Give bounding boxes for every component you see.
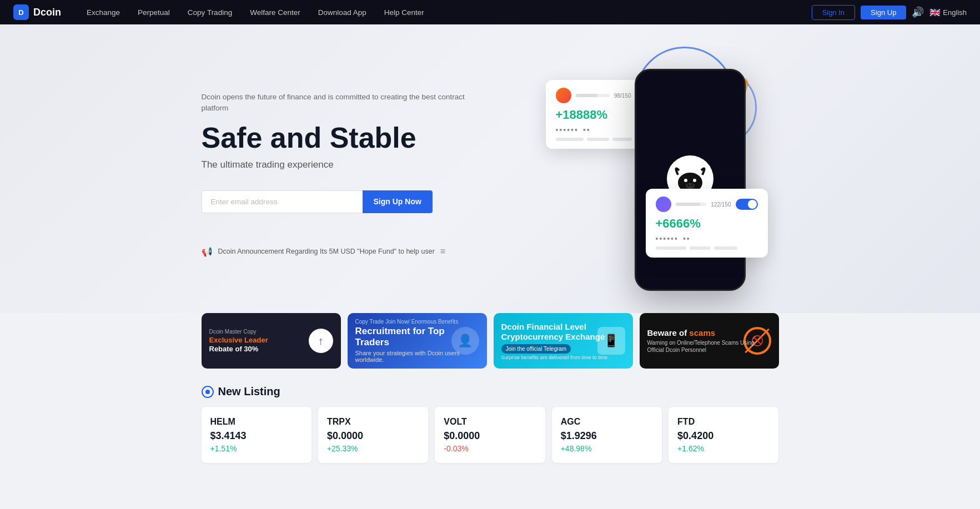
new-listing-icon xyxy=(202,386,214,398)
signin-button[interactable]: Sign In xyxy=(812,5,855,20)
nav-item-copy-trading[interactable]: Copy Trading xyxy=(180,5,240,20)
card-avatar-2 xyxy=(656,196,671,212)
hero-subtitle: Dcoin opens the future of finance and is… xyxy=(202,92,490,114)
listing-change-1: +25.33% xyxy=(327,444,419,453)
banner-4-content: Beware of scams Warning on Online/Teleph… xyxy=(647,328,771,354)
hero-section: Dcoin opens the future of finance and is… xyxy=(0,24,980,313)
navbar-right: Sign In Sign Up 🔊 🇬🇧 English xyxy=(812,5,967,20)
phone-mockup xyxy=(635,69,746,291)
signup-now-button[interactable]: Sign Up Now xyxy=(363,190,433,213)
banner-2-pre: Copy Trade Join Now/ Enormous Benefits xyxy=(355,319,479,325)
logo-icon: D xyxy=(13,4,29,20)
banner-recruitment[interactable]: Copy Trade Join Now/ Enormous Benefits R… xyxy=(348,313,487,369)
card-dots-2a: •••••• xyxy=(656,234,679,243)
hero-tagline: The ultimate trading experience xyxy=(202,159,490,170)
announce-icon: 📢 xyxy=(202,246,213,257)
hero-left: Dcoin opens the future of finance and is… xyxy=(202,92,490,257)
sound-icon[interactable]: 🔊 xyxy=(912,6,924,18)
card-gain-2: +6666% xyxy=(656,216,758,231)
nav-item-welfare[interactable]: Welfare Center xyxy=(242,5,308,20)
card-progress-1: 98/150 xyxy=(614,93,631,99)
new-listing-section: New Listing HELM $3.4143 +1.51% TRPX $0.… xyxy=(202,385,779,463)
card-bar-1 xyxy=(576,94,610,97)
hero-right: 98/150 +18888% •••••• •• xyxy=(490,58,779,291)
menu-icon[interactable]: ≡ xyxy=(440,246,445,256)
card-avatar-1 xyxy=(556,88,571,103)
listing-price-1: $0.0000 xyxy=(327,430,419,442)
banner-3-sub: Surprise benefits are delivered from tim… xyxy=(501,355,625,360)
listing-change-3: +48.98% xyxy=(561,444,653,453)
svg-point-2 xyxy=(684,179,687,182)
banner-1-label: Dcoin Master Copy xyxy=(209,329,268,335)
lang-label: English xyxy=(943,8,967,17)
listing-card-ftd[interactable]: FTD $0.4200 +1.62% xyxy=(669,407,778,463)
svg-point-6 xyxy=(691,184,693,187)
nav-item-perpetual[interactable]: Perpetual xyxy=(130,5,178,20)
banner-4-sub: Warning on Online/Telephone Scams Using … xyxy=(647,339,771,354)
banner-4-scams: scams xyxy=(689,328,715,337)
arrow-circle-icon: ↑ xyxy=(309,329,333,353)
card-bar-2 xyxy=(676,203,707,206)
listing-price-4: $0.4200 xyxy=(677,430,770,442)
banner-3-content: Dcoin Financial Level Cryptocurrency Exc… xyxy=(501,322,625,360)
banner-scams[interactable]: Beware of scams Warning on Online/Teleph… xyxy=(640,313,779,369)
section-header: New Listing xyxy=(202,385,779,398)
listing-card-helm[interactable]: HELM $3.4143 +1.51% xyxy=(202,407,311,463)
flag-icon: 🇬🇧 xyxy=(929,7,941,18)
card-toggle-2[interactable] xyxy=(736,199,758,210)
svg-point-4 xyxy=(686,183,695,189)
listing-change-2: -0.03% xyxy=(444,444,536,453)
card-dots-1a: •••••• xyxy=(556,125,579,134)
listing-symbol-3: AGC xyxy=(561,417,653,427)
banner-master-copy[interactable]: Dcoin Master Copy Exclusive Leader Rebat… xyxy=(202,313,341,369)
banner-1-title-orange: Exclusive Leader xyxy=(209,336,268,345)
svg-point-5 xyxy=(687,184,690,187)
card-progress-2: 122/150 xyxy=(711,201,731,208)
nav-item-download[interactable]: Download App xyxy=(310,5,374,20)
listing-price-3: $1.9296 xyxy=(561,430,653,442)
phone-notch xyxy=(668,70,712,82)
nav-item-help[interactable]: Help Center xyxy=(376,5,432,20)
listing-card-agc[interactable]: AGC $1.9296 +48.98% xyxy=(552,407,662,463)
banner-2-title: Recruitment for Top Traders xyxy=(355,326,479,349)
navbar: D Dcoin Exchange Perpetual Copy Trading … xyxy=(0,0,980,24)
card-dots-2b: •• xyxy=(683,234,691,243)
hero-title: Safe and Stable xyxy=(202,122,490,154)
logo[interactable]: D Dcoin xyxy=(13,4,61,20)
listing-card-volt[interactable]: VOLT $0.0000 -0.03% xyxy=(435,407,545,463)
hero-email-row: Sign Up Now xyxy=(202,190,490,213)
mini-bar-2 xyxy=(587,138,609,141)
nav-item-exchange[interactable]: Exchange xyxy=(79,5,128,20)
listing-symbol-2: VOLT xyxy=(444,417,536,427)
banner-4-title: Beware of scams xyxy=(647,328,771,337)
banner-2-content: Copy Trade Join Now/ Enormous Benefits R… xyxy=(355,319,479,364)
banner-2-subtitle: Share your strategies with Dcoin users w… xyxy=(355,350,479,363)
mini-bar-4 xyxy=(656,246,686,250)
banner-3-btn[interactable]: Join the official Telegram xyxy=(501,344,571,354)
mini-bar-5 xyxy=(690,246,711,250)
mini-bar-3 xyxy=(612,138,632,141)
banner-1-subtitle: Rebate of 30% xyxy=(209,345,268,354)
listing-card-trpx[interactable]: TRPX $0.0000 +25.33% xyxy=(318,407,428,463)
listing-price-0: $3.4143 xyxy=(210,430,303,442)
card-dots-1b: •• xyxy=(583,125,591,134)
mini-bar-1 xyxy=(556,138,584,141)
svg-point-3 xyxy=(693,179,696,182)
section-title: New Listing xyxy=(218,385,280,398)
banner-financial[interactable]: Dcoin Financial Level Cryptocurrency Exc… xyxy=(494,313,633,369)
banner-1-icon: ↑ xyxy=(309,329,333,353)
email-input[interactable] xyxy=(202,190,363,213)
navbar-nav: Exchange Perpetual Copy Trading Welfare … xyxy=(79,5,812,20)
banner-3-title: Dcoin Financial Level Cryptocurrency Exc… xyxy=(501,322,625,342)
trade-card-2: 122/150 +6666% •••••• •• xyxy=(646,189,768,258)
language-selector[interactable]: 🇬🇧 English xyxy=(929,7,967,18)
banner-4-title-text: Beware of xyxy=(647,328,690,337)
signup-button[interactable]: Sign Up xyxy=(861,6,906,19)
listing-symbol-1: TRPX xyxy=(327,417,419,427)
banners-section: Dcoin Master Copy Exclusive Leader Rebat… xyxy=(157,313,823,480)
listing-price-2: $0.0000 xyxy=(444,430,536,442)
mini-bar-6 xyxy=(714,246,737,250)
listing-grid: HELM $3.4143 +1.51% TRPX $0.0000 +25.33%… xyxy=(202,407,779,463)
announcement-bar: 📢 Dcoin Announcement Regarding Its 5M US… xyxy=(202,246,490,257)
banners-grid: Dcoin Master Copy Exclusive Leader Rebat… xyxy=(202,313,779,369)
